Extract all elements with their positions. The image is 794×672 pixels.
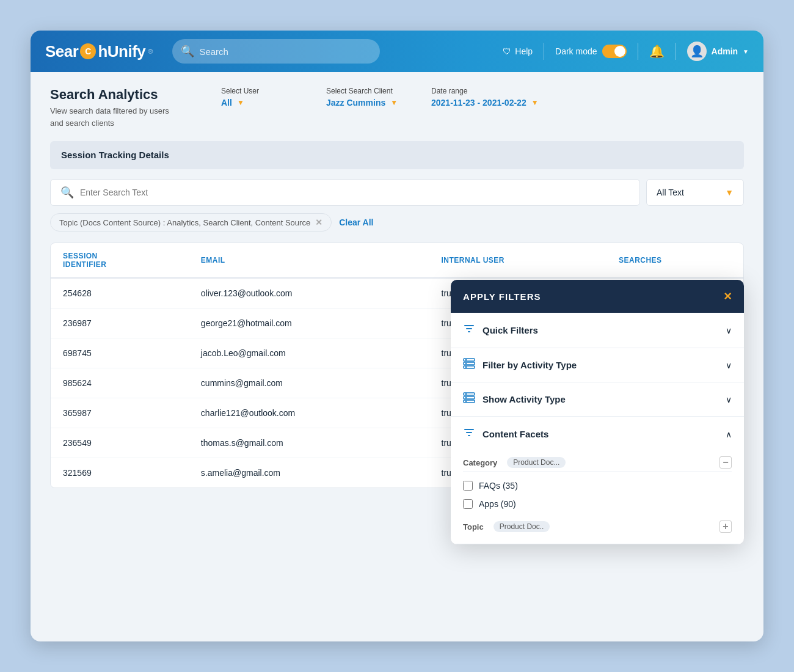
cell-session-id: 321569 — [51, 458, 189, 488]
all-text-dropdown[interactable]: All Text ▼ — [646, 179, 744, 206]
select-user-dropdown[interactable]: All ▼ — [221, 98, 307, 108]
global-search-bar[interactable]: 🔍 — [172, 39, 380, 64]
content-facets-label: Content Facets — [483, 429, 548, 439]
search-input-row: 🔍 All Text ▼ — [50, 179, 744, 206]
date-range-group: Date range 2021-11-23 - 2021-02-22 ▼ — [431, 87, 539, 108]
all-text-arrow-icon: ▼ — [725, 188, 734, 197]
cell-email: oliver.123@outlook.com — [189, 278, 429, 309]
quick-filters-section: Quick Filters ∨ — [451, 313, 744, 348]
nav-divider-2 — [638, 43, 638, 60]
date-range-value: 2021-11-23 - 2021-02-22 — [431, 98, 526, 108]
page-filters-row: Select User All ▼ Select Search Client J… — [221, 87, 539, 108]
admin-caret-icon: ▼ — [743, 48, 749, 55]
admin-menu[interactable]: 👤 Admin ▼ — [687, 42, 749, 61]
page-subtitle: View search data filtered by users and s… — [50, 105, 184, 129]
facet-option-apps[interactable]: Apps (90) — [463, 495, 732, 513]
svg-point-3 — [465, 359, 467, 360]
darkmode-toggle[interactable]: Dark mode — [555, 45, 626, 58]
select-client-dropdown[interactable]: Jazz Cummins ▼ — [326, 98, 412, 108]
select-user-group: Select User All ▼ — [221, 87, 307, 108]
apply-filters-title: APPLY FILTERS — [463, 291, 541, 302]
darkmode-label: Dark mode — [555, 46, 597, 56]
all-text-label: All Text — [657, 188, 684, 197]
filter-activity-chevron-icon: ∨ — [726, 360, 732, 370]
topic-facet-left: Topic Product Doc.. — [463, 521, 550, 532]
show-activity-type-toggle[interactable]: Show Activity Type ∨ — [451, 382, 744, 416]
category-facet-row: Category Product Doc... − — [463, 451, 732, 472]
logo: Sear C hUnify ® — [45, 42, 153, 61]
quick-filters-chevron-icon: ∨ — [726, 326, 732, 335]
svg-point-10 — [465, 397, 467, 398]
show-activity-type-section: Show Activity Type ∨ — [451, 382, 744, 417]
session-tracking-header: Session Tracking Details — [50, 141, 744, 169]
apps-checkbox[interactable] — [463, 499, 473, 509]
logo-registered: ® — [148, 48, 153, 55]
content-facets-left: Content Facets — [463, 426, 548, 442]
select-client-group: Select Search Client Jazz Cummins ▼ — [326, 87, 412, 108]
filter-activity-type-section: Filter by Activity Type ∨ — [451, 348, 744, 382]
search-text-input[interactable] — [80, 188, 630, 197]
clear-all-button[interactable]: Clear All — [339, 217, 373, 227]
page-title-block: Search Analytics View search data filter… — [50, 87, 184, 129]
search-text-field[interactable]: 🔍 — [50, 179, 640, 206]
cell-email: george21@hotmail.com — [189, 309, 429, 338]
show-activity-chevron-icon: ∨ — [726, 395, 732, 404]
nav-divider-3 — [676, 43, 676, 60]
filter-activity-icon — [463, 358, 475, 372]
filter-activity-label: Filter by Activity Type — [483, 360, 577, 370]
category-collapse-button[interactable]: − — [719, 456, 732, 469]
svg-rect-8 — [464, 400, 475, 403]
cell-session-id: 365987 — [51, 398, 189, 428]
svg-point-9 — [465, 393, 467, 395]
show-activity-icon — [463, 392, 475, 406]
apply-filters-header: APPLY FILTERS × — [451, 280, 744, 313]
svg-rect-0 — [464, 359, 475, 361]
svg-rect-6 — [464, 393, 475, 395]
topic-facet-badge: Product Doc.. — [494, 521, 550, 532]
content-facets-body: Category Product Doc... − FAQs (35) — [451, 451, 744, 544]
table-header: SESSIONIDENTIFIER EMAIL INTERNAL USER SE… — [51, 243, 743, 278]
col-searches: SEARCHES — [606, 243, 743, 278]
category-facet-label: Category — [463, 458, 497, 467]
session-tracking-title: Session Tracking Details — [61, 150, 169, 160]
date-range-dropdown[interactable]: 2021-11-23 - 2021-02-22 ▼ — [431, 98, 539, 108]
main-content: Search Analytics View search data filter… — [31, 72, 763, 503]
close-filters-button[interactable]: × — [724, 290, 732, 303]
remove-tag-button[interactable]: ✕ — [315, 217, 322, 227]
logo-text-part2: hUnify — [98, 42, 145, 61]
avatar: 👤 — [687, 42, 707, 61]
search-text-icon: 🔍 — [60, 186, 74, 199]
facet-option-faqs[interactable]: FAQs (35) — [463, 477, 732, 495]
col-internal-user: INTERNAL USER — [429, 243, 606, 278]
filter-activity-left: Filter by Activity Type — [463, 358, 577, 372]
content-facets-section: Content Facets ∧ Category Product Doc...… — [451, 417, 744, 544]
top-navigation: Sear C hUnify ® 🔍 🛡 Help Dark mode 🔔 — [31, 31, 763, 72]
quick-filters-icon — [463, 323, 475, 338]
global-search-input[interactable] — [199, 46, 371, 57]
quick-filters-left: Quick Filters — [463, 323, 538, 338]
help-button[interactable]: 🛡 Help — [503, 46, 533, 56]
faqs-checkbox[interactable] — [463, 481, 473, 491]
cell-session-id: 698745 — [51, 338, 189, 368]
notification-bell-icon[interactable]: 🔔 — [649, 44, 665, 59]
page-header: Search Analytics View search data filter… — [50, 87, 744, 129]
content-facets-toggle[interactable]: Content Facets ∧ — [451, 417, 744, 451]
date-range-label: Date range — [431, 87, 539, 95]
category-facet-left: Category Product Doc... — [463, 457, 566, 468]
faqs-label: FAQs (35) — [479, 481, 518, 491]
toggle-knob — [614, 46, 625, 57]
cell-email: s.amelia@gmail.com — [189, 458, 429, 488]
darkmode-pill[interactable] — [602, 45, 627, 58]
col-email: EMAIL — [189, 243, 429, 278]
shield-icon: 🛡 — [503, 46, 511, 56]
cell-session-id: 985624 — [51, 368, 189, 398]
active-filter-tag: Topic (Docs Content Source) : Analytics,… — [50, 213, 332, 232]
topic-expand-button[interactable]: + — [719, 520, 732, 533]
content-facets-icon — [463, 426, 475, 442]
quick-filters-toggle[interactable]: Quick Filters ∨ — [451, 313, 744, 348]
cell-email: charlie121@outlook.com — [189, 398, 429, 428]
filter-activity-type-toggle[interactable]: Filter by Activity Type ∨ — [451, 348, 744, 382]
topic-facet-label: Topic — [463, 522, 484, 531]
select-user-label: Select User — [221, 87, 307, 95]
cell-session-id: 236987 — [51, 309, 189, 338]
